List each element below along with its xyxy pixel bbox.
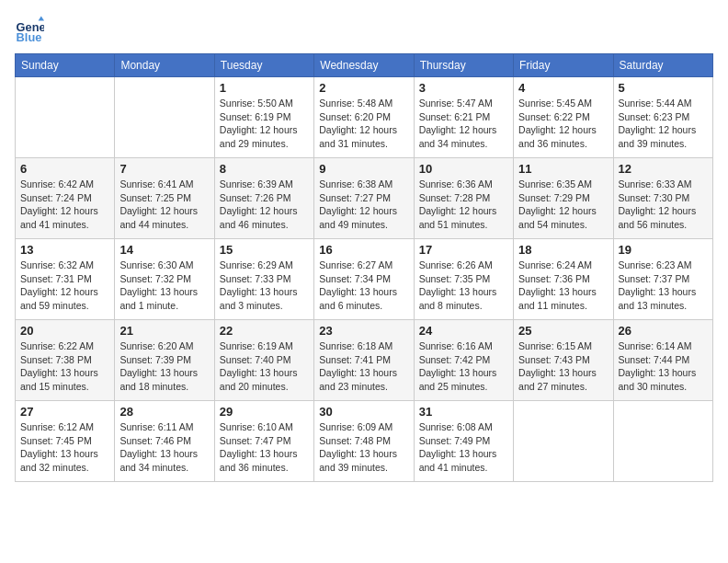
calendar-day-cell: 27Sunrise: 6:12 AM Sunset: 7:45 PM Dayli… — [16, 401, 115, 482]
calendar-day-cell — [16, 77, 115, 158]
day-info: Sunrise: 6:24 AM Sunset: 7:36 PM Dayligh… — [518, 259, 608, 313]
calendar-table: SundayMondayTuesdayWednesdayThursdayFrid… — [15, 53, 713, 482]
calendar-day-cell: 23Sunrise: 6:18 AM Sunset: 7:41 PM Dayli… — [314, 320, 414, 401]
day-info: Sunrise: 5:48 AM Sunset: 6:20 PM Dayligh… — [319, 97, 408, 151]
calendar-day-cell — [514, 401, 613, 482]
day-number: 27 — [20, 405, 109, 419]
day-number: 21 — [119, 324, 209, 338]
day-number: 16 — [319, 243, 408, 257]
day-info: Sunrise: 6:39 AM Sunset: 7:26 PM Dayligh… — [220, 178, 309, 232]
day-number: 6 — [20, 162, 109, 176]
day-number: 10 — [419, 162, 508, 176]
day-info: Sunrise: 6:22 AM Sunset: 7:38 PM Dayligh… — [20, 339, 109, 394]
day-info: Sunrise: 6:14 AM Sunset: 7:44 PM Dayligh… — [619, 339, 708, 394]
calendar-day-cell: 30Sunrise: 6:09 AM Sunset: 7:48 PM Dayli… — [314, 401, 414, 482]
calendar-day-cell: 14Sunrise: 6:30 AM Sunset: 7:32 PM Dayli… — [115, 239, 214, 320]
day-info: Sunrise: 6:09 AM Sunset: 7:48 PM Dayligh… — [319, 420, 408, 475]
svg-marker-2 — [39, 17, 44, 21]
day-number: 19 — [619, 243, 708, 257]
calendar-day-cell: 2Sunrise: 5:48 AM Sunset: 6:20 PM Daylig… — [314, 77, 414, 158]
day-info: Sunrise: 6:30 AM Sunset: 7:32 PM Dayligh… — [119, 259, 209, 313]
day-number: 17 — [419, 243, 508, 257]
day-number: 5 — [619, 81, 708, 95]
day-info: Sunrise: 5:45 AM Sunset: 6:22 PM Dayligh… — [518, 97, 608, 151]
day-info: Sunrise: 6:11 AM Sunset: 7:46 PM Dayligh… — [119, 420, 209, 475]
calendar-day-cell: 28Sunrise: 6:11 AM Sunset: 7:46 PM Dayli… — [115, 401, 214, 482]
calendar-day-cell: 8Sunrise: 6:39 AM Sunset: 7:26 PM Daylig… — [214, 158, 313, 239]
day-number: 24 — [419, 324, 508, 338]
calendar-day-cell: 22Sunrise: 6:19 AM Sunset: 7:40 PM Dayli… — [214, 320, 313, 401]
page-header: General Blue — [15, 15, 713, 44]
calendar-day-cell: 20Sunrise: 6:22 AM Sunset: 7:38 PM Dayli… — [16, 320, 115, 401]
day-number: 18 — [518, 243, 608, 257]
calendar-day-cell: 10Sunrise: 6:36 AM Sunset: 7:28 PM Dayli… — [414, 158, 513, 239]
svg-text:Blue: Blue — [17, 30, 42, 44]
calendar-day-cell: 25Sunrise: 6:15 AM Sunset: 7:43 PM Dayli… — [514, 320, 613, 401]
day-info: Sunrise: 6:27 AM Sunset: 7:34 PM Dayligh… — [319, 259, 408, 313]
day-info: Sunrise: 6:12 AM Sunset: 7:45 PM Dayligh… — [20, 420, 109, 475]
calendar-day-cell: 9Sunrise: 6:38 AM Sunset: 7:27 PM Daylig… — [314, 158, 414, 239]
calendar-day-cell: 1Sunrise: 5:50 AM Sunset: 6:19 PM Daylig… — [214, 77, 313, 158]
day-number: 28 — [119, 405, 209, 419]
day-info: Sunrise: 6:19 AM Sunset: 7:40 PM Dayligh… — [220, 339, 309, 394]
day-number: 1 — [220, 81, 309, 95]
calendar-day-cell: 17Sunrise: 6:26 AM Sunset: 7:35 PM Dayli… — [414, 239, 513, 320]
day-number: 13 — [20, 243, 109, 257]
day-info: Sunrise: 6:41 AM Sunset: 7:25 PM Dayligh… — [119, 178, 209, 232]
day-of-week-header: Monday — [115, 54, 214, 77]
day-number: 3 — [419, 81, 508, 95]
calendar-week-row: 20Sunrise: 6:22 AM Sunset: 7:38 PM Dayli… — [16, 320, 713, 401]
day-of-week-header: Thursday — [414, 54, 513, 77]
calendar-week-row: 6Sunrise: 6:42 AM Sunset: 7:24 PM Daylig… — [16, 158, 713, 239]
calendar-day-cell: 7Sunrise: 6:41 AM Sunset: 7:25 PM Daylig… — [115, 158, 214, 239]
calendar-day-cell: 15Sunrise: 6:29 AM Sunset: 7:33 PM Dayli… — [214, 239, 313, 320]
day-info: Sunrise: 6:42 AM Sunset: 7:24 PM Dayligh… — [20, 178, 109, 232]
calendar-week-row: 1Sunrise: 5:50 AM Sunset: 6:19 PM Daylig… — [16, 77, 713, 158]
day-info: Sunrise: 6:20 AM Sunset: 7:39 PM Dayligh… — [119, 339, 209, 394]
day-number: 22 — [220, 324, 309, 338]
day-number: 31 — [419, 405, 508, 419]
day-number: 29 — [220, 405, 309, 419]
day-number: 15 — [220, 243, 309, 257]
day-of-week-header: Tuesday — [214, 54, 313, 77]
calendar-week-row: 27Sunrise: 6:12 AM Sunset: 7:45 PM Dayli… — [16, 401, 713, 482]
calendar-day-cell: 18Sunrise: 6:24 AM Sunset: 7:36 PM Dayli… — [514, 239, 613, 320]
calendar-day-cell: 3Sunrise: 5:47 AM Sunset: 6:21 PM Daylig… — [414, 77, 513, 158]
day-number: 9 — [319, 162, 408, 176]
day-info: Sunrise: 6:10 AM Sunset: 7:47 PM Dayligh… — [220, 420, 309, 475]
day-number: 7 — [119, 162, 209, 176]
day-number: 25 — [518, 324, 608, 338]
calendar-day-cell: 5Sunrise: 5:44 AM Sunset: 6:23 PM Daylig… — [613, 77, 712, 158]
calendar-day-cell: 29Sunrise: 6:10 AM Sunset: 7:47 PM Dayli… — [214, 401, 313, 482]
day-info: Sunrise: 6:23 AM Sunset: 7:37 PM Dayligh… — [619, 259, 708, 313]
logo: General Blue — [15, 15, 48, 44]
day-number: 2 — [319, 81, 408, 95]
day-info: Sunrise: 6:32 AM Sunset: 7:31 PM Dayligh… — [20, 259, 109, 313]
day-of-week-header: Sunday — [16, 54, 115, 77]
calendar-header-row: SundayMondayTuesdayWednesdayThursdayFrid… — [16, 54, 713, 77]
day-number: 12 — [619, 162, 708, 176]
day-info: Sunrise: 6:18 AM Sunset: 7:41 PM Dayligh… — [319, 339, 408, 394]
day-of-week-header: Wednesday — [314, 54, 414, 77]
day-info: Sunrise: 6:29 AM Sunset: 7:33 PM Dayligh… — [220, 259, 309, 313]
calendar-day-cell — [115, 77, 214, 158]
calendar-day-cell: 13Sunrise: 6:32 AM Sunset: 7:31 PM Dayli… — [16, 239, 115, 320]
day-info: Sunrise: 6:33 AM Sunset: 7:30 PM Dayligh… — [619, 178, 708, 232]
day-number: 8 — [220, 162, 309, 176]
day-of-week-header: Friday — [514, 54, 613, 77]
calendar-day-cell: 6Sunrise: 6:42 AM Sunset: 7:24 PM Daylig… — [16, 158, 115, 239]
calendar-day-cell: 11Sunrise: 6:35 AM Sunset: 7:29 PM Dayli… — [514, 158, 613, 239]
calendar-day-cell: 4Sunrise: 5:45 AM Sunset: 6:22 PM Daylig… — [514, 77, 613, 158]
day-info: Sunrise: 6:16 AM Sunset: 7:42 PM Dayligh… — [419, 339, 508, 394]
day-number: 20 — [20, 324, 109, 338]
day-number: 23 — [319, 324, 408, 338]
day-info: Sunrise: 6:26 AM Sunset: 7:35 PM Dayligh… — [419, 259, 508, 313]
day-info: Sunrise: 6:38 AM Sunset: 7:27 PM Dayligh… — [319, 178, 408, 232]
calendar-day-cell: 19Sunrise: 6:23 AM Sunset: 7:37 PM Dayli… — [613, 239, 712, 320]
calendar-day-cell: 24Sunrise: 6:16 AM Sunset: 7:42 PM Dayli… — [414, 320, 513, 401]
calendar-day-cell: 21Sunrise: 6:20 AM Sunset: 7:39 PM Dayli… — [115, 320, 214, 401]
day-info: Sunrise: 6:35 AM Sunset: 7:29 PM Dayligh… — [518, 178, 608, 232]
logo-icon: General Blue — [15, 15, 44, 44]
calendar-week-row: 13Sunrise: 6:32 AM Sunset: 7:31 PM Dayli… — [16, 239, 713, 320]
day-info: Sunrise: 5:44 AM Sunset: 6:23 PM Dayligh… — [619, 97, 708, 151]
